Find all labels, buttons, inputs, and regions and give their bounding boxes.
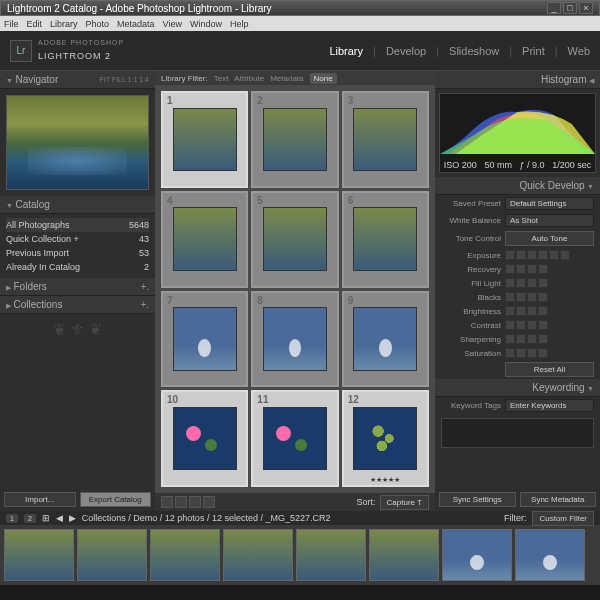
menu-file[interactable]: File xyxy=(4,19,19,29)
thumb-6[interactable]: 6 xyxy=(342,191,429,288)
menu-view[interactable]: View xyxy=(163,19,182,29)
add-folder-icon[interactable]: +. xyxy=(140,281,149,292)
histogram-header[interactable]: Histogram ◀ xyxy=(435,71,600,89)
collections-header[interactable]: ▶ Collections +. xyxy=(0,296,155,314)
catalog-item[interactable]: Already In Catalog2 xyxy=(6,260,149,274)
filter-none[interactable]: None xyxy=(310,73,337,84)
histogram-display[interactable]: ISO 20050 mmƒ / 9.01/200 sec xyxy=(439,93,596,173)
thumb-12[interactable]: 12★★★★★ xyxy=(342,390,429,487)
logo-text: ADOBE PHOTOSHOP LIGHTROOM 2 xyxy=(38,39,124,62)
menu-photo[interactable]: Photo xyxy=(86,19,110,29)
filmstrip-thumb[interactable] xyxy=(296,529,366,581)
filmstrip-thumb[interactable] xyxy=(77,529,147,581)
sync-metadata-button[interactable]: Sync Metadata xyxy=(520,492,597,507)
custom-filter-dropdown[interactable]: Custom Filter xyxy=(532,511,594,526)
autotone-button[interactable]: Auto Tone xyxy=(505,231,594,246)
filmstrip-thumb[interactable] xyxy=(515,529,585,581)
thumb-7[interactable]: 7 xyxy=(161,291,248,388)
filmstrip-thumb[interactable] xyxy=(369,529,439,581)
thumb-8[interactable]: 8 xyxy=(251,291,338,388)
grid-view-icon[interactable] xyxy=(161,496,173,508)
window-titlebar: Lightroom 2 Catalog - Adobe Photoshop Li… xyxy=(0,0,600,16)
filter-attribute[interactable]: Attribute xyxy=(234,74,264,83)
thumb-4[interactable]: 4 xyxy=(161,191,248,288)
thumb-11[interactable]: 11 xyxy=(251,390,338,487)
keywords-textarea[interactable] xyxy=(441,418,594,448)
menu-help[interactable]: Help xyxy=(230,19,249,29)
quickdevelop-header[interactable]: Quick Develop ▼ xyxy=(435,177,600,195)
thumb-9[interactable]: 9 xyxy=(342,291,429,388)
catalog-item[interactable]: Quick Collection +43 xyxy=(6,232,149,246)
filter-text[interactable]: Text xyxy=(214,74,229,83)
menu-metadata[interactable]: Metadata xyxy=(117,19,155,29)
exposure-stepper[interactable] xyxy=(505,250,570,260)
navigator-preview[interactable] xyxy=(6,95,149,190)
keywording-header[interactable]: Keywording ▼ xyxy=(435,379,600,397)
app-logo: Lr ADOBE PHOTOSHOP LIGHTROOM 2 xyxy=(10,39,124,62)
folders-header[interactable]: ▶ Folders +. xyxy=(0,278,155,296)
screen-2-tab[interactable]: 2 xyxy=(24,514,36,523)
panel-ornament: ❦ ⚜ ❦ xyxy=(0,314,155,344)
right-panel: Histogram ◀ ISO 20050 mmƒ / 9.01/200 sec… xyxy=(435,71,600,511)
breadcrumb[interactable]: Collections / Demo / 12 photos / 12 sele… xyxy=(82,513,331,523)
brightness-stepper[interactable] xyxy=(505,306,548,316)
menu-bar: File Edit Library Photo Metadata View Wi… xyxy=(0,16,600,31)
filmstrip-thumb[interactable] xyxy=(150,529,220,581)
grid-toolbar: Sort: Capture T xyxy=(155,493,435,511)
logo-icon: Lr xyxy=(10,40,32,62)
filter-metadata[interactable]: Metadata xyxy=(270,74,303,83)
catalog-list: All Photographs5648 Quick Collection +43… xyxy=(0,214,155,278)
sync-settings-button[interactable]: Sync Settings xyxy=(439,492,516,507)
recovery-stepper[interactable] xyxy=(505,264,548,274)
loupe-view-icon[interactable] xyxy=(175,496,187,508)
sharpening-stepper[interactable] xyxy=(505,334,548,344)
module-print[interactable]: Print xyxy=(522,45,545,57)
contrast-stepper[interactable] xyxy=(505,320,548,330)
nav-prev-icon[interactable]: ◀ xyxy=(56,513,63,523)
filmstrip-thumb[interactable] xyxy=(442,529,512,581)
survey-view-icon[interactable] xyxy=(203,496,215,508)
navigator-header[interactable]: ▼ Navigator FIT FILL 1:1 1:4 xyxy=(0,71,155,89)
module-slideshow[interactable]: Slideshow xyxy=(449,45,499,57)
saturation-stepper[interactable] xyxy=(505,348,548,358)
maximize-button[interactable]: □ xyxy=(563,2,577,14)
thumb-3[interactable]: 3 xyxy=(342,91,429,188)
minimize-button[interactable]: _ xyxy=(547,2,561,14)
wb-dropdown[interactable]: As Shot xyxy=(505,214,594,227)
catalog-item[interactable]: All Photographs5648 xyxy=(6,218,149,232)
catalog-item[interactable]: Previous Import53 xyxy=(6,246,149,260)
add-collection-icon[interactable]: +. xyxy=(140,299,149,310)
module-picker: Library| Develop| Slideshow| Print| Web xyxy=(329,45,590,57)
filllight-stepper[interactable] xyxy=(505,278,548,288)
sort-dropdown[interactable]: Capture T xyxy=(380,495,429,510)
screen-1-tab[interactable]: 1 xyxy=(6,514,18,523)
thumb-1[interactable]: 1 xyxy=(161,91,248,188)
module-develop[interactable]: Develop xyxy=(386,45,426,57)
close-button[interactable]: × xyxy=(579,2,593,14)
thumb-10[interactable]: 10 xyxy=(161,390,248,487)
filmstrip-thumb[interactable] xyxy=(223,529,293,581)
compare-view-icon[interactable] xyxy=(189,496,201,508)
filmstrip-info-bar: 1 2 ⊞ ◀ ▶ Collections / Demo / 12 photos… xyxy=(0,511,600,525)
menu-window[interactable]: Window xyxy=(190,19,222,29)
menu-edit[interactable]: Edit xyxy=(27,19,43,29)
keywords-input[interactable]: Enter Keywords xyxy=(505,399,594,412)
module-web[interactable]: Web xyxy=(568,45,590,57)
thumb-2[interactable]: 2 xyxy=(251,91,338,188)
module-library[interactable]: Library xyxy=(329,45,363,57)
filmstrip-thumb[interactable] xyxy=(4,529,74,581)
blacks-stepper[interactable] xyxy=(505,292,548,302)
resetall-button[interactable]: Reset All xyxy=(505,362,594,377)
left-panel: ▼ Navigator FIT FILL 1:1 1:4 ▼ Catalog A… xyxy=(0,71,155,511)
center-panel: Library Filter: Text Attribute Metadata … xyxy=(155,71,435,511)
export-catalog-button[interactable]: Export Catalog xyxy=(80,492,152,507)
catalog-header[interactable]: ▼ Catalog xyxy=(0,196,155,214)
filmstrip[interactable] xyxy=(0,525,600,585)
preset-dropdown[interactable]: Default Settings xyxy=(505,197,594,210)
nav-next-icon[interactable]: ▶ xyxy=(69,513,76,523)
rating-stars[interactable]: ★★★★★ xyxy=(370,476,400,484)
grid-icon[interactable]: ⊞ xyxy=(42,513,50,523)
thumb-5[interactable]: 5 xyxy=(251,191,338,288)
menu-library[interactable]: Library xyxy=(50,19,78,29)
import-button[interactable]: Import... xyxy=(4,492,76,507)
